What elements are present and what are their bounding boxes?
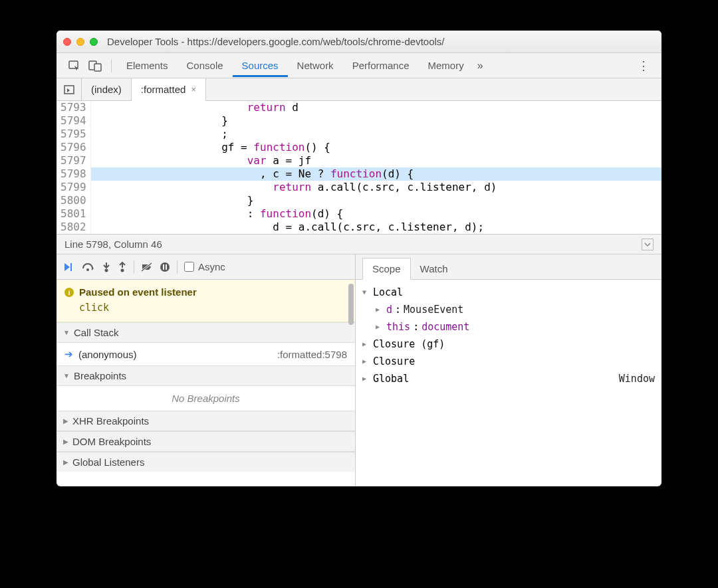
- scope-local[interactable]: ▼Local: [362, 284, 655, 301]
- step-over-icon[interactable]: [82, 262, 95, 272]
- scope-body: ▼Local ▶d: MouseEvent ▶this: document ▶C…: [356, 280, 661, 486]
- scope-closure[interactable]: ▶Closure: [362, 353, 655, 370]
- main-tabs: Elements Console Sources Network Perform…: [57, 53, 661, 78]
- section-global-listeners[interactable]: ▶Global Listeners: [57, 452, 355, 472]
- section-xhr-bp[interactable]: ▶XHR Breakpoints: [57, 411, 355, 431]
- kebab-menu-icon[interactable]: ⋮: [634, 56, 654, 76]
- scope-global[interactable]: ▶GlobalWindow: [362, 370, 655, 387]
- pause-exceptions-icon[interactable]: [160, 262, 170, 272]
- file-tab-index[interactable]: (index): [82, 78, 132, 100]
- async-checkbox[interactable]: Async: [184, 261, 225, 272]
- section-breakpoints[interactable]: ▼Breakpoints: [57, 365, 355, 386]
- file-tab-label: :formatted: [141, 84, 186, 95]
- svg-point-6: [105, 268, 108, 272]
- debugger-toolbar: Async: [57, 254, 355, 280]
- svg-rect-12: [166, 264, 167, 270]
- scope-tabs: Scope Watch: [356, 254, 661, 280]
- close-window-icon[interactable]: [63, 38, 71, 46]
- tab-elements[interactable]: Elements: [117, 54, 178, 76]
- step-out-icon[interactable]: [118, 262, 127, 272]
- inspect-icon[interactable]: [64, 57, 84, 74]
- tab-console[interactable]: Console: [178, 54, 233, 76]
- navigator-toggle-icon[interactable]: [57, 78, 82, 100]
- deactivate-bp-icon[interactable]: [141, 262, 153, 272]
- tab-sources[interactable]: Sources: [233, 54, 288, 77]
- line-gutter: 5793579457955796579757985799580058015802: [57, 101, 91, 234]
- resume-icon[interactable]: [63, 262, 75, 272]
- scope-var-this[interactable]: ▶this: document: [362, 318, 655, 336]
- scope-var-d[interactable]: ▶d: MouseEvent: [362, 301, 655, 318]
- tab-network[interactable]: Network: [288, 54, 343, 76]
- svg-rect-2: [94, 64, 101, 71]
- svg-point-7: [121, 268, 124, 272]
- tab-performance[interactable]: Performance: [343, 54, 419, 76]
- svg-rect-3: [64, 86, 74, 94]
- traffic-lights: [63, 38, 98, 46]
- zoom-window-icon[interactable]: [90, 38, 98, 46]
- step-into-icon[interactable]: [102, 262, 111, 272]
- device-mode-icon[interactable]: [84, 57, 106, 74]
- debugger-pane: Async iPaused on event listener click ▼C…: [57, 254, 661, 486]
- scrollbar-thumb[interactable]: [348, 284, 354, 325]
- svg-rect-4: [70, 263, 72, 271]
- status-bar: Line 5798, Column 46: [57, 234, 661, 254]
- file-tabs: (index) :formatted ×: [57, 78, 661, 101]
- section-dom-bp[interactable]: ▶DOM Breakpoints: [57, 431, 355, 452]
- minimize-window-icon[interactable]: [76, 38, 84, 46]
- tab-watch[interactable]: Watch: [411, 258, 457, 279]
- svg-point-5: [86, 268, 89, 271]
- file-tab-label: (index): [91, 84, 122, 95]
- debugger-right: Scope Watch ▼Local ▶d: MouseEvent ▶this:…: [356, 254, 661, 486]
- code-lines[interactable]: return d } ; gf = function() { var a = j…: [91, 101, 661, 234]
- paused-banner: iPaused on event listener click: [57, 280, 355, 322]
- stack-frame[interactable]: ➔(anonymous) :formatted:5798: [57, 343, 355, 365]
- paused-title: Paused on event listener: [79, 286, 197, 298]
- console-drawer-icon[interactable]: [642, 239, 654, 250]
- paused-event: click: [64, 298, 347, 314]
- close-icon[interactable]: ×: [191, 84, 196, 94]
- code-editor[interactable]: 5793579457955796579757985799580058015802…: [57, 101, 661, 234]
- debugger-left: Async iPaused on event listener click ▼C…: [57, 254, 356, 486]
- info-icon: i: [64, 288, 74, 297]
- more-tabs-icon[interactable]: »: [473, 57, 487, 74]
- tab-scope[interactable]: Scope: [362, 258, 411, 280]
- scope-closure-gf[interactable]: ▶Closure (gf): [362, 336, 655, 353]
- cursor-position: Line 5798, Column 46: [64, 239, 162, 250]
- titlebar: Developer Tools - https://developers.goo…: [57, 31, 661, 53]
- file-tab-formatted[interactable]: :formatted ×: [132, 78, 206, 101]
- svg-rect-11: [163, 264, 164, 270]
- window-title: Developer Tools - https://developers.goo…: [107, 36, 445, 47]
- tab-memory[interactable]: Memory: [419, 54, 473, 76]
- svg-point-10: [160, 262, 170, 272]
- section-call-stack[interactable]: ▼Call Stack: [57, 322, 355, 343]
- breakpoints-empty: No Breakpoints: [57, 386, 355, 411]
- async-checkbox-input[interactable]: [184, 262, 194, 272]
- devtools-window: Developer Tools - https://developers.goo…: [57, 31, 661, 486]
